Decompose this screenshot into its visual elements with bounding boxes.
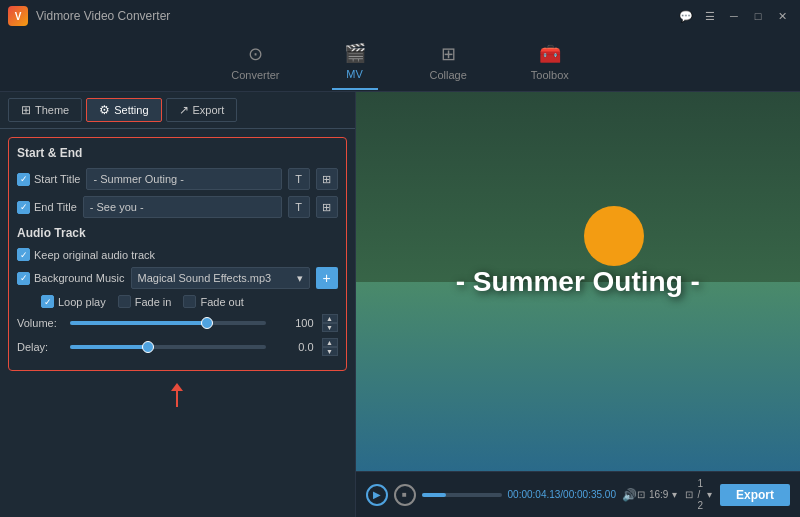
export-button[interactable]: Export bbox=[720, 484, 790, 506]
delay-down-arrow[interactable]: ▼ bbox=[322, 347, 338, 356]
keep-original-row: ✓ Keep original audio track bbox=[17, 248, 338, 261]
end-title-checkbox-label[interactable]: ✓ End Title bbox=[17, 201, 77, 214]
converter-icon: ⊙ bbox=[248, 43, 263, 65]
close-btn[interactable]: ✕ bbox=[772, 6, 792, 26]
bg-music-dropdown[interactable]: Magical Sound Effects.mp3 ▾ bbox=[131, 267, 310, 289]
audio-options-row: ✓ Loop play Fade in Fade out bbox=[17, 295, 338, 308]
bg-music-file: Magical Sound Effects.mp3 bbox=[138, 272, 272, 284]
fade-in-checkbox[interactable] bbox=[118, 295, 131, 308]
controls-right: ⊡ 16:9 ▾ ⊡ 1 / 2 ▾ Export bbox=[637, 478, 790, 511]
volume-icon[interactable]: 🔊 bbox=[622, 488, 637, 502]
end-title-grid-icon[interactable]: ⊞ bbox=[316, 196, 338, 218]
volume-up-arrow[interactable]: ▲ bbox=[322, 314, 338, 323]
delay-spinner[interactable]: ▲ ▼ bbox=[322, 338, 338, 356]
end-title-input[interactable] bbox=[83, 196, 282, 218]
delay-thumb[interactable] bbox=[142, 341, 154, 353]
bg-music-checkbox[interactable]: ✓ bbox=[17, 272, 30, 285]
keep-original-checkbox-label[interactable]: ✓ Keep original audio track bbox=[17, 248, 155, 261]
add-music-btn[interactable]: + bbox=[316, 267, 338, 289]
setting-tab[interactable]: ⚙ Setting bbox=[86, 98, 161, 122]
delay-label: Delay: bbox=[17, 341, 62, 353]
play-button[interactable]: ▶ bbox=[366, 484, 388, 506]
fade-in-label[interactable]: Fade in bbox=[118, 295, 172, 308]
end-title-text-icon[interactable]: T bbox=[288, 196, 310, 218]
fade-in-text: Fade in bbox=[135, 296, 172, 308]
up-arrow-shaft bbox=[176, 391, 178, 407]
delay-up-arrow[interactable]: ▲ bbox=[322, 338, 338, 347]
setting-tab-label: Setting bbox=[114, 104, 148, 116]
end-title-checkbox[interactable]: ✓ bbox=[17, 201, 30, 214]
fade-out-checkbox[interactable] bbox=[183, 295, 196, 308]
app-title: Vidmore Video Converter bbox=[36, 9, 170, 23]
nav-tab-collage[interactable]: ⊞ Collage bbox=[418, 35, 479, 89]
arrow-indicator bbox=[8, 379, 347, 411]
fade-out-label[interactable]: Fade out bbox=[183, 295, 243, 308]
mv-icon: 🎬 bbox=[344, 42, 366, 64]
volume-thumb[interactable] bbox=[201, 317, 213, 329]
titlebar-controls: 💬 ☰ ─ □ ✕ bbox=[676, 6, 792, 26]
right-panel: - Summer Outing - ▶ ■ 00:00:04.13/00:00:… bbox=[356, 92, 800, 517]
controls-left: ▶ ■ 00:00:04.13/00:00:35.00 🔊 bbox=[366, 484, 637, 506]
bg-music-label: Background Music bbox=[34, 272, 125, 284]
volume-spinner[interactable]: ▲ ▼ bbox=[322, 314, 338, 332]
setting-tab-icon: ⚙ bbox=[99, 103, 110, 117]
start-end-title: Start & End bbox=[17, 146, 338, 160]
nav-label-toolbox: Toolbox bbox=[531, 69, 569, 81]
nav-label-mv: MV bbox=[346, 68, 363, 80]
export-tab[interactable]: ↗ Export bbox=[166, 98, 238, 122]
start-title-checkbox[interactable]: ✓ bbox=[17, 173, 30, 186]
keep-original-checkbox[interactable]: ✓ bbox=[17, 248, 30, 261]
nav-tab-converter[interactable]: ⊙ Converter bbox=[219, 35, 291, 89]
volume-value: 100 bbox=[274, 317, 314, 329]
volume-row: Volume: 100 ▲ ▼ bbox=[17, 314, 338, 332]
app-icon: V bbox=[8, 6, 28, 26]
chat-icon-btn[interactable]: 💬 bbox=[676, 6, 696, 26]
theme-tab[interactable]: ⊞ Theme bbox=[8, 98, 82, 122]
volume-down-arrow[interactable]: ▼ bbox=[322, 323, 338, 332]
dropdown-arrow: ▾ bbox=[297, 272, 303, 285]
delay-fill bbox=[70, 345, 148, 349]
loop-play-text: Loop play bbox=[58, 296, 106, 308]
titlebar: V Vidmore Video Converter 💬 ☰ ─ □ ✕ bbox=[0, 0, 800, 32]
export-tab-icon: ↗ bbox=[179, 103, 189, 117]
summer-outing-text: - Summer Outing - bbox=[456, 266, 700, 298]
delay-value: 0.0 bbox=[274, 341, 314, 353]
main-content: ⊞ Theme ⚙ Setting ↗ Export Start & End ✓ bbox=[0, 92, 800, 517]
nav-tab-toolbox[interactable]: 🧰 Toolbox bbox=[519, 35, 581, 89]
sun-circle bbox=[584, 206, 644, 266]
nav-label-collage: Collage bbox=[430, 69, 467, 81]
left-panel: ⊞ Theme ⚙ Setting ↗ Export Start & End ✓ bbox=[0, 92, 356, 517]
delay-slider[interactable] bbox=[70, 345, 266, 349]
titlebar-left: V Vidmore Video Converter bbox=[8, 6, 170, 26]
start-title-checkbox-label[interactable]: ✓ Start Title bbox=[17, 173, 80, 186]
loop-play-label[interactable]: ✓ Loop play bbox=[41, 295, 106, 308]
ratio-select[interactable]: ⊡ 16:9 ▾ bbox=[637, 489, 677, 500]
page-arrow: ▾ bbox=[707, 489, 712, 500]
page-icon: ⊡ bbox=[685, 489, 693, 500]
page-select[interactable]: ⊡ 1 / 2 ▾ bbox=[685, 478, 712, 511]
background-music-row: ✓ Background Music Magical Sound Effects… bbox=[17, 267, 338, 289]
end-title-row: ✓ End Title T ⊞ bbox=[17, 196, 338, 218]
export-tab-label: Export bbox=[193, 104, 225, 116]
settings-panel: Start & End ✓ Start Title T ⊞ ✓ End Titl… bbox=[0, 129, 355, 517]
start-title-input[interactable] bbox=[86, 168, 281, 190]
nav-tab-mv[interactable]: 🎬 MV bbox=[332, 34, 378, 90]
progress-bar[interactable] bbox=[422, 493, 502, 497]
loop-play-checkbox[interactable]: ✓ bbox=[41, 295, 54, 308]
progress-fill bbox=[422, 493, 446, 497]
up-arrow-head bbox=[171, 383, 183, 391]
nav-tabs: ⊙ Converter 🎬 MV ⊞ Collage 🧰 Toolbox bbox=[0, 32, 800, 92]
minimize-btn[interactable]: ─ bbox=[724, 6, 744, 26]
stop-button[interactable]: ■ bbox=[394, 484, 416, 506]
start-title-grid-icon[interactable]: ⊞ bbox=[316, 168, 338, 190]
maximize-btn[interactable]: □ bbox=[748, 6, 768, 26]
volume-label: Volume: bbox=[17, 317, 62, 329]
ratio-arrow: ▾ bbox=[672, 489, 677, 500]
delay-row: Delay: 0.0 ▲ ▼ bbox=[17, 338, 338, 356]
volume-slider[interactable] bbox=[70, 321, 266, 325]
page-value: 1 / 2 bbox=[697, 478, 703, 511]
menu-btn[interactable]: ☰ bbox=[700, 6, 720, 26]
fade-out-text: Fade out bbox=[200, 296, 243, 308]
bg-music-checkbox-label[interactable]: ✓ Background Music bbox=[17, 272, 125, 285]
start-title-text-icon[interactable]: T bbox=[288, 168, 310, 190]
